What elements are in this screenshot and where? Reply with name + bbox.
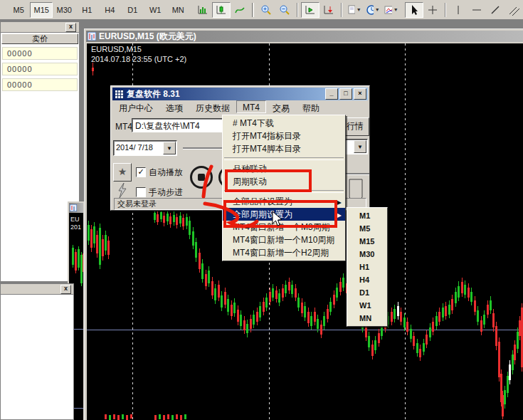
menu-item-mt4-download[interactable]: # MT4下载 [223,117,345,130]
menu-user-center[interactable]: 用户中心 [112,100,159,113]
candle-body [218,285,220,298]
candle-body [327,309,329,319]
candle-body [93,226,95,243]
menu-history-data[interactable]: 历史数据 [189,100,236,113]
chart-window-titlebar[interactable]: EURUSD,M15 (欧元美元) [86,31,523,42]
menu-options[interactable]: 选项 [159,100,189,113]
candlestick-chart-icon[interactable] [212,2,231,18]
cursor-arrow-icon[interactable] [405,2,423,18]
crosshair-icon[interactable] [423,2,442,18]
zoom-in-icon[interactable] [257,2,275,18]
candle-body [233,303,236,313]
candle-body [90,229,93,248]
menu-item-label: 全部周期设置为 [233,209,292,219]
bar-chart-icon[interactable] [194,2,212,18]
submenu-item-m1[interactable]: M1 [347,209,387,222]
sell-price-column-header[interactable]: 卖价 [1,33,78,44]
menu-item-open-script-dir[interactable]: 打开MT4脚本目录 [223,142,345,155]
timeframe-m30-button[interactable]: M30 [53,2,75,18]
chevron-down-icon[interactable]: ▼ [354,140,366,153]
speed-slider-track [342,173,369,175]
indicators-icon[interactable]: ▼ [382,2,401,18]
line-chart-icon[interactable] [231,2,249,18]
menu-item-add-m3-window[interactable]: MT4窗口新增一个M3周期 [223,221,345,233]
candle-body [391,312,393,322]
candle-body [157,214,159,222]
menu-mt4[interactable]: MT4 [236,100,266,113]
candle-body [221,295,223,308]
autoplay-checkbox[interactable]: ✓ [136,167,146,177]
candle-body [154,213,156,220]
candle-body [365,326,367,337]
favorite-star-button[interactable]: ★ [113,163,132,182]
candle-body [329,302,332,312]
chevron-down-icon[interactable]: ▼ [163,142,176,154]
timeframe-d1-button[interactable]: D1 [121,2,144,18]
background-chart-symbol: EU [70,216,80,223]
stop-icon [198,174,205,181]
timeframe-h4-button[interactable]: H4 [98,2,121,18]
menu-item-period-link[interactable]: 周期联动 [223,175,345,188]
close-icon[interactable]: x [65,23,76,32]
menu-item-symbol-link[interactable]: 品种联动 [223,162,345,175]
minimize-button[interactable]: _ [325,88,338,100]
timeframe-m5-button[interactable]: M5 [7,2,30,18]
candle-body [285,285,287,293]
trendline-icon[interactable] [486,2,504,18]
candle-body [199,253,201,269]
new-order-icon[interactable]: ▼ [345,2,364,18]
menu-item-add-h2-window[interactable]: MT4窗口新增一个H2周期 [223,246,345,259]
vertical-line-icon[interactable] [449,2,467,18]
date-picker[interactable]: 2014/ 7/18 ▼ [113,140,177,156]
submenu-arrow-icon: ▶ [337,211,342,221]
candle-body [282,288,284,298]
submenu-item-d1[interactable]: D1 [347,286,387,299]
price-row[interactable]: 00000 [2,47,78,60]
stop-button[interactable] [190,166,213,189]
dialog-titlebar[interactable]: 复盘软件 8.31 _ □ × [112,88,368,100]
submenu-item-m15[interactable]: M15 [347,235,387,248]
chart-shift-icon[interactable] [301,2,319,18]
horizontal-line-icon[interactable] [467,2,486,18]
submenu-item-h1[interactable]: H1 [347,261,387,273]
menu-separator [224,190,344,193]
background-chart-titlebar[interactable] [69,203,83,213]
menu-item-set-all-periods[interactable]: 全部周期设置为 ▶ [223,208,345,221]
mt4-path-label: MT4 [115,122,132,132]
submenu-item-m30[interactable]: M30 [347,248,387,261]
candle-body [176,414,178,419]
auto-scroll-icon[interactable] [319,2,338,18]
zoom-out-icon[interactable] [275,2,294,18]
submenu-item-m5[interactable]: M5 [347,222,387,235]
timeframe-w1-button[interactable]: W1 [144,2,167,18]
submenu-item-w1[interactable]: W1 [347,299,387,312]
submenu-item-mn[interactable]: MN [347,312,387,325]
periods-clock-icon[interactable]: ▼ [364,2,382,18]
menu-item-set-all-symbols[interactable]: 全部品种设置为 ▶ [223,195,345,208]
timeframe-h1-button[interactable]: H1 [75,2,98,18]
close-icon[interactable]: x [60,285,71,294]
candle-body [423,343,425,352]
manual-step-checkbox[interactable] [136,187,146,197]
menu-trade[interactable]: 交易 [266,100,296,113]
menu-item-open-indicator-dir[interactable]: 打开MT4指标目录 [223,130,345,142]
candle-body [464,285,466,295]
candle-body [317,319,319,329]
candle-body [461,282,463,293]
bottom-panel-header: x [1,284,73,295]
menu-item-add-m10-window[interactable]: MT4窗口新增一个M10周期 [223,233,345,246]
candle-body [154,415,157,420]
candle-body [176,217,178,225]
price-row[interactable]: 00000 [2,63,78,75]
channel-icon[interactable] [504,2,523,18]
price-row[interactable]: 00000 [2,78,78,91]
menu-help[interactable]: 帮助 [296,100,326,113]
submenu-item-h4[interactable]: H4 [347,273,387,286]
timeframe-m15-button[interactable]: M15 [30,2,53,18]
candle-body [231,305,233,316]
close-button[interactable]: × [354,88,366,100]
maximize-button[interactable]: □ [339,88,352,100]
candle-body [259,306,261,317]
submenu-arrow-icon: ▶ [337,198,342,208]
timeframe-mn-button[interactable]: MN [167,2,189,18]
